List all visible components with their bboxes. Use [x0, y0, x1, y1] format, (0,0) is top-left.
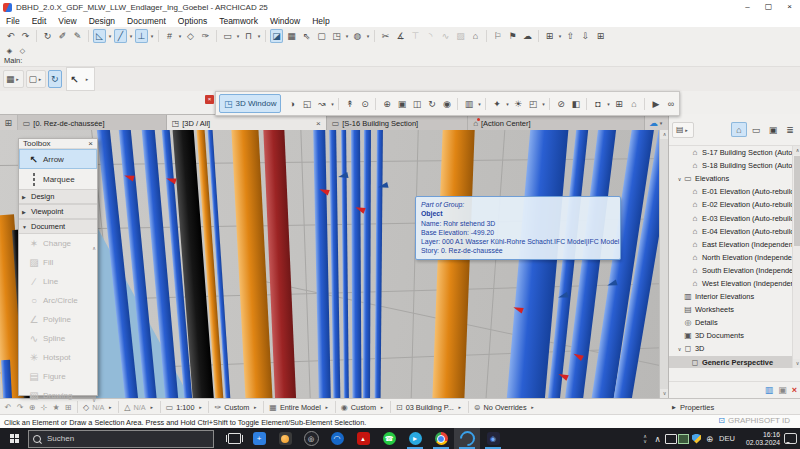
dropdown-arrow-icon[interactable]: ▾ [329, 101, 335, 107]
scroll-down-icon[interactable]: ∨ [660, 389, 668, 398]
network-tray-icon[interactable]: ⊕ [703, 434, 716, 444]
menu-options[interactable]: Options [172, 16, 213, 26]
record-path-icon[interactable]: ▶ [649, 97, 662, 111]
toolbox-app-app-button[interactable]: + [246, 428, 272, 449]
vr-sphere-icon[interactable]: ⊕ [380, 97, 393, 111]
tree-item[interactable]: ∨◻3D [669, 342, 793, 355]
navigator-project-chooser[interactable]: ▤ ▸ [672, 122, 694, 138]
fillet-icon[interactable]: ◝ [424, 29, 437, 43]
morph-icon[interactable]: ◳ [330, 29, 343, 43]
explore-icon[interactable]: ⊙ [358, 97, 371, 111]
notification-center[interactable] [780, 433, 800, 444]
grid-snap-icon[interactable]: # [163, 29, 176, 43]
camera-home-icon[interactable]: ⌂ [627, 97, 640, 111]
minimize-button[interactable]: – [737, 0, 758, 14]
pipe-blue[interactable] [313, 130, 331, 398]
dropdown-arrow-icon[interactable]: ▾ [177, 33, 183, 39]
tab-3[interactable]: ▭[S-16 Building Section] [327, 115, 468, 131]
dropdown-arrow-icon[interactable]: ▾ [605, 101, 611, 107]
dropdown-arrow-icon[interactable]: ▾ [557, 33, 563, 39]
lock-icon[interactable]: ⊓ [242, 29, 255, 43]
back-icon[interactable]: ↶ [2, 403, 14, 412]
gravity-icon[interactable]: ⊥ [135, 29, 148, 43]
pipe-blue[interactable] [363, 130, 371, 398]
close-3d-toolbar-button[interactable]: × [205, 95, 214, 104]
tree-item[interactable]: ◻Generic Perspective [669, 356, 793, 369]
toolbox-group-document[interactable]: ▼Document [19, 219, 97, 234]
shield-tray-icon[interactable] [690, 434, 703, 444]
tree-item[interactable]: ⌂S-17 Building Section (Auto- [669, 146, 793, 159]
arrow-tool-panel[interactable]: ↖▸ [66, 67, 95, 91]
wave-app-app-button[interactable]: ◠ [324, 428, 350, 449]
tree-item[interactable]: ▥Interior Elevations [669, 290, 793, 303]
redo-icon[interactable]: ↷ [19, 29, 32, 43]
undo-icon[interactable]: ↶ [4, 29, 17, 43]
grid-manager-icon[interactable]: ⊞ [594, 29, 607, 43]
suspend-groups-icon[interactable]: ◈ [4, 46, 15, 55]
home-icon[interactable]: ⌂ [469, 29, 482, 43]
stretch-icon[interactable]: ⇖ [300, 29, 313, 43]
clone-layers-icon[interactable]: ▥ [462, 97, 475, 111]
inject-parameters-icon[interactable]: ✎ [71, 29, 84, 43]
viewport-scrollbar[interactable]: ∧∨ [659, 130, 668, 398]
projection-icon[interactable]: ◫ [410, 97, 423, 111]
tray-expand-icon[interactable]: ∧ [651, 434, 664, 444]
walk-icon[interactable]: ↟ [343, 97, 356, 111]
look-to-icon[interactable]: ◉ [440, 97, 453, 111]
fly-path-icon[interactable]: ↝ [315, 97, 328, 111]
quick-option-renovation[interactable]: △N/A▸ [122, 403, 156, 412]
paint-model-icon[interactable]: ◧ [569, 97, 582, 111]
graphisoft-id[interactable]: ⊡ GRAPHISOFT ID [718, 416, 790, 425]
pen-icon[interactable]: ✑ [199, 29, 212, 43]
telegram-app-button[interactable]: ▸ [402, 428, 428, 449]
quick-option-layer-combo[interactable]: ⊡03 Building P...▸ [394, 403, 465, 412]
tree-item[interactable]: ⌂West Elevation (Independer [669, 277, 793, 290]
quick-option-model-filter[interactable]: ▦Entire Model▸ [267, 403, 332, 412]
flag-icon[interactable]: ⚐ [491, 29, 504, 43]
chrome-app-button[interactable] [428, 428, 454, 449]
pickup-favorite-icon[interactable]: ⇧ [564, 29, 577, 43]
cube-3d-icon[interactable]: ◱ [300, 97, 313, 111]
style-3d-icon[interactable]: ✦ [490, 97, 503, 111]
taskbar-clock[interactable]: 16:16 02.03.2024 [738, 431, 780, 446]
toolbox-group-design[interactable]: ▶Design [19, 189, 97, 204]
intersect-icon[interactable]: ▨ [454, 29, 467, 43]
tree-item[interactable]: ▣3D Documents [669, 329, 793, 342]
quick-option-scale[interactable]: ▭1:100▸ [164, 403, 206, 412]
dropdown-arrow-icon[interactable]: ▾ [235, 33, 241, 39]
menu-teamwork[interactable]: Teamwork [213, 16, 264, 26]
tree-item[interactable]: ⌂East Elevation (Independent [669, 238, 793, 251]
adjust-icon[interactable]: ∡ [394, 29, 407, 43]
view-map-tab-icon[interactable]: ▭ [748, 122, 764, 137]
snap-guides-icon[interactable]: ╱ [114, 29, 127, 43]
project-map-tab-icon[interactable]: ⌂ [731, 122, 747, 137]
orbit-camera-icon[interactable]: ↻ [425, 97, 438, 111]
tree-item[interactable]: ⌂South Elevation (Independe [669, 264, 793, 277]
tree-item[interactable]: ⌂E-01 Elevation (Auto-rebuild [669, 185, 793, 198]
3d-window-button[interactable]: ◳ 3D Window [219, 94, 281, 113]
tree-item[interactable]: ▤Worksheets [669, 303, 793, 316]
curve-icon[interactable]: ∿ [439, 29, 452, 43]
archicad-app-button[interactable] [454, 428, 480, 449]
publisher-tab-icon[interactable]: ≣ [782, 122, 798, 137]
trace-reference-icon[interactable]: ◪ [270, 29, 283, 43]
snapshot-icon[interactable]: ▣ [395, 97, 408, 111]
scrollbar-thumb[interactable] [794, 156, 800, 246]
select-tool-button[interactable]: ▢▸ [26, 70, 47, 88]
orbit-globe-icon[interactable]: ◍ [351, 29, 364, 43]
toolbox-scroll-down-icon[interactable]: ∨ [92, 397, 96, 403]
orbit-tool-button[interactable]: ↻ [48, 70, 62, 88]
clean-model-icon[interactable]: ⊘ [554, 97, 567, 111]
dropdown-arrow-icon[interactable]: ▾ [365, 33, 371, 39]
menu-design[interactable]: Design [83, 16, 121, 26]
dropdown-arrow-icon[interactable]: ▾ [504, 101, 510, 107]
trim-icon[interactable]: ⊤ [409, 29, 422, 43]
pick-up-parameters-icon[interactable]: ✐ [56, 29, 69, 43]
menu-document[interactable]: Document [121, 16, 172, 26]
dropdown-arrow-icon[interactable]: ▾ [128, 33, 134, 39]
menu-view[interactable]: View [52, 16, 82, 26]
tab-1[interactable]: ▭[0. Rez-de-chaussée] [18, 115, 167, 131]
recorder-app-app-button[interactable] [272, 428, 298, 449]
dropdown-arrow-icon[interactable]: ▾ [256, 33, 262, 39]
quick-option-dimensions[interactable]: ◉Custom▸ [339, 403, 387, 412]
